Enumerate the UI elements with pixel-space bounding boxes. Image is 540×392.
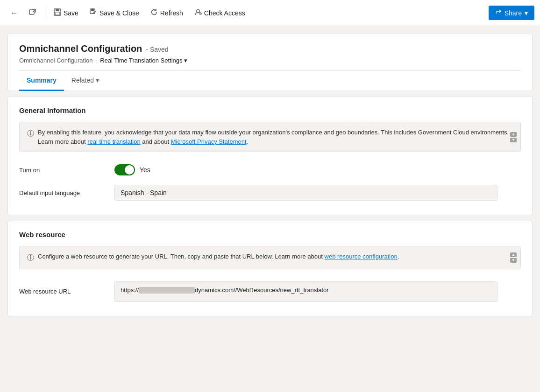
web-resource-banner-text: Configure a web resource to generate you… bbox=[38, 252, 399, 261]
web-resource-info-icon: ⓘ bbox=[27, 252, 34, 263]
toolbar: ← Save Save & Clos bbox=[0, 0, 540, 26]
web-resource-scroll-down[interactable]: ▼ bbox=[510, 258, 517, 263]
general-info-banner: ⓘ By enabling this feature, you acknowle… bbox=[19, 122, 521, 152]
refresh-icon bbox=[150, 8, 158, 18]
save-label: Save bbox=[64, 9, 78, 17]
share-chevron-icon: ▾ bbox=[525, 9, 528, 17]
tab-related[interactable]: Related ▾ bbox=[64, 71, 107, 91]
web-resource-url-label: Web resource URL bbox=[19, 288, 103, 295]
popout-button[interactable] bbox=[24, 6, 41, 21]
scroll-down-arrow[interactable]: ▼ bbox=[510, 138, 517, 142]
toggle-container: Yes bbox=[114, 164, 150, 175]
share-icon bbox=[495, 9, 502, 17]
svg-rect-2 bbox=[56, 9, 59, 11]
refresh-label: Refresh bbox=[160, 9, 183, 17]
tab-summary[interactable]: Summary bbox=[19, 71, 64, 91]
save-icon bbox=[54, 8, 61, 18]
popout-icon bbox=[29, 8, 36, 18]
web-resource-link[interactable]: web resource configuration bbox=[325, 253, 398, 260]
turn-on-toggle[interactable] bbox=[114, 164, 135, 175]
web-resource-url-row: Web resource URL https://dynamics.com//W… bbox=[19, 277, 521, 307]
tabs-row: Summary Related ▾ bbox=[19, 70, 521, 91]
toggle-knob bbox=[125, 165, 134, 175]
web-resource-title: Web resource bbox=[19, 231, 521, 238]
web-resource-url-field[interactable]: https://dynamics.com//WebResources/new_r… bbox=[114, 281, 497, 302]
breadcrumb: Omnichannel Configuration · Real Time Tr… bbox=[19, 57, 521, 64]
url-prefix: https:// bbox=[121, 287, 139, 294]
default-language-value: Spanish - Spain bbox=[121, 189, 167, 196]
save-close-button[interactable]: Save & Close bbox=[85, 6, 144, 21]
web-resource-scroll-arrows: ▲ ▼ bbox=[510, 252, 517, 263]
share-button[interactable]: Share ▾ bbox=[489, 6, 534, 20]
default-language-field[interactable]: Spanish - Spain bbox=[114, 185, 497, 201]
content-area: Omnichannel Configuration - Saved Omnich… bbox=[0, 26, 540, 324]
check-access-icon bbox=[194, 8, 202, 18]
saved-badge: - Saved bbox=[146, 46, 168, 53]
svg-rect-0 bbox=[29, 10, 34, 14]
scroll-arrows: ▲ ▼ bbox=[510, 132, 517, 142]
privacy-statement-link[interactable]: Microsoft Privacy Statement bbox=[171, 138, 247, 145]
web-resource-section: Web resource ⓘ Configure a web resource … bbox=[7, 221, 533, 316]
svg-rect-5 bbox=[91, 9, 94, 11]
web-resource-scroll-up[interactable]: ▲ bbox=[510, 252, 517, 257]
toggle-yes-label: Yes bbox=[140, 166, 150, 174]
default-language-label: Default input language bbox=[19, 189, 103, 196]
svg-rect-3 bbox=[55, 12, 60, 15]
title-row: Omnichannel Configuration - Saved bbox=[19, 43, 521, 54]
scroll-up-arrow[interactable]: ▲ bbox=[510, 132, 517, 137]
back-button[interactable]: ← bbox=[6, 6, 22, 20]
banner-text: By enabling this feature, you acknowledg… bbox=[38, 128, 513, 146]
turn-on-label: Turn on bbox=[19, 167, 103, 174]
save-close-label: Save & Close bbox=[99, 9, 139, 17]
general-info-title: General Information bbox=[19, 106, 521, 114]
turn-on-row: Turn on Yes bbox=[19, 160, 521, 180]
url-redacted-block bbox=[139, 287, 195, 294]
url-suffix: dynamics.com//WebResources/new_rtt_trans… bbox=[195, 287, 329, 294]
tab-related-chevron-icon: ▾ bbox=[96, 77, 99, 84]
divider-1 bbox=[45, 7, 45, 20]
breadcrumb-separator: · bbox=[96, 57, 98, 64]
check-access-label: Check Access bbox=[204, 9, 245, 17]
tab-summary-label: Summary bbox=[27, 77, 57, 84]
default-language-row: Default input language Spanish - Spain bbox=[19, 180, 521, 205]
share-label: Share bbox=[504, 9, 522, 17]
breadcrumb-chevron-icon: ▾ bbox=[184, 57, 187, 64]
page-title: Omnichannel Configuration bbox=[19, 43, 142, 54]
header-card: Omnichannel Configuration - Saved Omnich… bbox=[7, 34, 533, 91]
real-time-translation-link[interactable]: real time translation bbox=[87, 138, 140, 145]
tab-related-label: Related bbox=[71, 77, 94, 84]
general-info-section: General Information ⓘ By enabling this f… bbox=[7, 97, 533, 215]
info-icon: ⓘ bbox=[27, 128, 34, 139]
breadcrumb-current-label: Real Time Translation Settings bbox=[100, 57, 182, 64]
refresh-button[interactable]: Refresh bbox=[146, 6, 188, 21]
save-close-icon bbox=[90, 8, 97, 18]
check-access-button[interactable]: Check Access bbox=[190, 6, 250, 21]
back-icon: ← bbox=[10, 9, 18, 17]
breadcrumb-parent[interactable]: Omnichannel Configuration bbox=[19, 57, 93, 64]
web-resource-banner: ⓘ Configure a web resource to generate y… bbox=[19, 246, 521, 269]
save-button[interactable]: Save bbox=[49, 6, 83, 21]
breadcrumb-current[interactable]: Real Time Translation Settings ▾ bbox=[100, 57, 187, 64]
